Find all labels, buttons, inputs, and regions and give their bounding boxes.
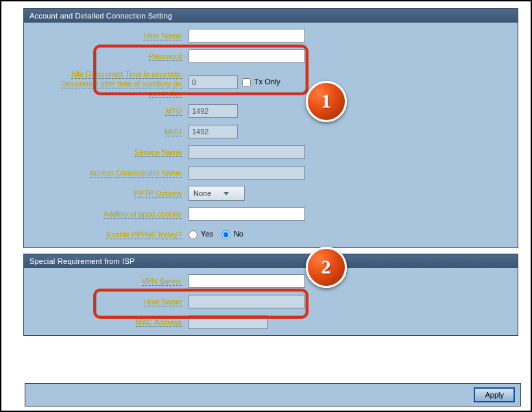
chevron-down-icon — [223, 192, 229, 195]
relay-no-option[interactable]: No — [221, 230, 243, 239]
service-input[interactable] — [189, 145, 305, 159]
apply-bar: Apply — [25, 383, 521, 407]
account-section-title: Account and Detailed Connection Setting — [24, 9, 518, 23]
mac-label: MAC Address — [136, 318, 182, 327]
idle-label-line2: Disconnect after time of inactivity (in … — [61, 80, 182, 98]
mac-input[interactable] — [189, 315, 268, 329]
pppd-label: Additional pppd options — [104, 210, 182, 219]
mtu-label: MTU — [165, 107, 182, 116]
concentrator-input[interactable] — [189, 166, 305, 180]
isp-form: VPN Server Host Name MAC Address — [24, 268, 518, 335]
isp-section-title: Special Requirement from ISP — [24, 254, 518, 268]
isp-requirement-section: Special Requirement from ISP VPN Server … — [23, 254, 518, 336]
relay-label: Enable PPPoE Relay? — [106, 230, 182, 239]
relay-no-radio[interactable] — [221, 230, 230, 239]
vpn-label: VPN Server — [142, 277, 182, 286]
account-settings-section: Account and Detailed Connection Setting … — [23, 8, 518, 248]
account-form: User Name Password Idle Disconnect Time … — [24, 23, 518, 247]
vpn-input[interactable] — [189, 274, 305, 288]
mtu-input[interactable] — [189, 104, 238, 118]
host-label: Host Name — [144, 298, 182, 306]
concentrator-label: Access Concentrator Name — [90, 169, 182, 178]
idle-label-line1: Idle Disconnect Time in seconds: — [71, 70, 182, 79]
txonly-checkbox[interactable] — [242, 78, 251, 87]
txonly-label: Tx Only — [254, 77, 280, 86]
relay-yes-option[interactable]: Yes — [189, 230, 213, 239]
relay-no-label: No — [234, 230, 243, 238]
username-input[interactable] — [189, 29, 305, 43]
idle-input[interactable] — [189, 75, 238, 89]
pptp-select-value: None — [193, 189, 211, 197]
pptp-select[interactable]: None — [189, 186, 245, 201]
mru-label: MRU — [165, 128, 182, 136]
password-label: Password — [149, 52, 182, 61]
apply-button[interactable]: Apply — [474, 387, 515, 402]
service-label: Service Name — [134, 148, 182, 157]
txonly-option[interactable]: Tx Only — [242, 77, 280, 87]
host-input[interactable] — [189, 295, 305, 308]
mru-input[interactable] — [189, 125, 238, 138]
relay-yes-label: Yes — [201, 230, 213, 238]
pppd-input[interactable] — [189, 207, 305, 221]
relay-yes-radio[interactable] — [189, 230, 197, 239]
password-input[interactable] — [189, 49, 305, 63]
pptp-label: PPTP Options — [134, 189, 182, 198]
username-label: User Name — [143, 32, 182, 40]
